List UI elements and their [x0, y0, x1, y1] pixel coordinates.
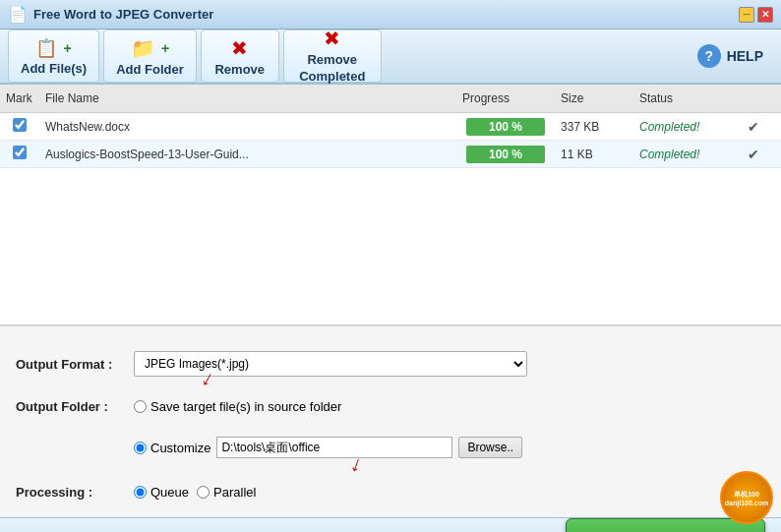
remove-x-icon: ✖	[231, 36, 248, 60]
remove-completed-x-icon: ✖	[324, 27, 340, 50]
parallel-option[interactable]: Parallel	[197, 485, 256, 500]
bottom-bar: www.mediafreeware.com ♻ Convert Selected	[0, 517, 781, 532]
processing-row: Processing : Queue Parallel	[16, 485, 765, 500]
output-format-row: Output Format : JPEG Images(*.jpg) ↓	[16, 336, 765, 391]
parallel-radio[interactable]	[197, 486, 210, 499]
table-row: WhatsNew.docx 100 % 337 KB Completed! ✔	[0, 113, 781, 141]
file-list-header: Mark File Name Progress Size Status	[0, 85, 781, 113]
add-files-plus-icon: +	[63, 40, 71, 56]
header-filename: File Name	[39, 89, 456, 108]
customize-path-input[interactable]	[216, 437, 452, 458]
customize-label: Customize	[150, 441, 210, 455]
row2-size: 11 KB	[555, 145, 633, 164]
row2-progress-bar: 100 %	[466, 146, 545, 163]
add-folder-button[interactable]: 📁 + Add Folder	[103, 30, 197, 83]
customize-row: Customize Browse.. ↓	[134, 418, 362, 477]
remove-label: Remove	[214, 62, 265, 77]
settings-area: Output Format : JPEG Images(*.jpg) ↓ Out…	[0, 325, 781, 517]
remove-completed-button[interactable]: ✖ RemoveCompleted	[283, 30, 382, 83]
toolbar: 📋 + Add File(s) 📁 + Add Folder ✖ Remove …	[0, 30, 781, 85]
output-format-select[interactable]: JPEG Images(*.jpg)	[134, 351, 527, 377]
add-files-label: Add File(s)	[21, 61, 87, 76]
logo-badge: 单机100 danji100.com	[720, 471, 773, 524]
table-row: Auslogics-BoostSpeed-13-User-Guid... 100…	[0, 141, 781, 168]
save-in-source-option[interactable]: Save target file(s) in source folder	[134, 399, 341, 414]
remove-button[interactable]: ✖ Remove	[201, 30, 279, 83]
logo-text: 单机100	[734, 490, 759, 500]
add-folder-label: Add Folder	[116, 62, 184, 77]
add-folder-icon: 📁	[131, 36, 155, 60]
app-icon: 📄	[8, 5, 28, 24]
row2-checkmark: ✔	[742, 144, 781, 165]
output-folder-header: Output Folder : Save target file(s) in s…	[16, 399, 341, 414]
row1-progress: 100 %	[456, 115, 555, 139]
row1-filename: WhatsNew.docx	[39, 117, 456, 137]
header-mark: Mark	[0, 89, 39, 108]
app-title: Free Word to JPEG Converter	[33, 7, 213, 22]
output-folder-row: Output Folder : Save target file(s) in s…	[16, 399, 765, 477]
save-in-source-label: Save target file(s) in source folder	[150, 399, 341, 414]
save-in-source-radio[interactable]	[134, 400, 147, 413]
parallel-label: Parallel	[213, 485, 256, 500]
header-size: Size	[555, 89, 633, 108]
minimize-button[interactable]: ─	[739, 7, 754, 23]
header-done	[742, 89, 781, 108]
row1-checkmark: ✔	[742, 116, 781, 138]
output-folder-label: Output Folder :	[16, 399, 124, 414]
row1-progress-bar: 100 %	[466, 118, 545, 136]
row2-checkbox[interactable]	[13, 146, 27, 159]
help-icon: ?	[697, 44, 721, 68]
help-button[interactable]: ? HELP	[688, 38, 773, 74]
processing-label: Processing :	[16, 485, 124, 500]
browse-button[interactable]: Browse..	[458, 437, 522, 458]
header-progress: Progress	[456, 89, 555, 108]
close-button[interactable]: ✕	[757, 7, 773, 23]
title-bar-left: 📄 Free Word to JPEG Converter	[8, 5, 213, 24]
window-controls: ─ ✕	[739, 7, 773, 23]
row2-mark[interactable]	[0, 143, 39, 165]
add-files-doc-icon: 📋	[35, 37, 57, 59]
header-status: Status	[633, 89, 742, 108]
row1-status: Completed!	[633, 117, 742, 137]
main-container: 📋 + Add File(s) 📁 + Add Folder ✖ Remove …	[0, 30, 781, 532]
row2-filename: Auslogics-BoostSpeed-13-User-Guid...	[39, 145, 456, 164]
queue-option[interactable]: Queue	[134, 485, 189, 500]
queue-radio[interactable]	[134, 486, 147, 499]
remove-completed-label: RemoveCompleted	[299, 52, 365, 86]
add-files-button[interactable]: 📋 + Add File(s)	[8, 30, 99, 83]
row1-checkbox[interactable]	[13, 118, 27, 132]
queue-label: Queue	[150, 485, 189, 500]
add-folder-plus-icon: +	[161, 40, 169, 56]
customize-option[interactable]: Customize	[134, 441, 210, 455]
output-format-label: Output Format :	[16, 357, 124, 372]
row2-progress: 100 %	[456, 143, 555, 166]
row1-mark[interactable]	[0, 115, 39, 138]
row2-status: Completed!	[633, 145, 742, 164]
help-label: HELP	[727, 48, 763, 64]
title-bar: 📄 Free Word to JPEG Converter ─ ✕	[0, 0, 781, 30]
file-list-body: WhatsNew.docx 100 % 337 KB Completed! ✔ …	[0, 113, 781, 168]
customize-radio[interactable]	[134, 442, 147, 454]
empty-area	[0, 168, 781, 325]
row1-size: 337 KB	[555, 117, 633, 137]
processing-options: Queue Parallel	[134, 485, 256, 500]
logo-url: danji100.com	[725, 500, 768, 506]
